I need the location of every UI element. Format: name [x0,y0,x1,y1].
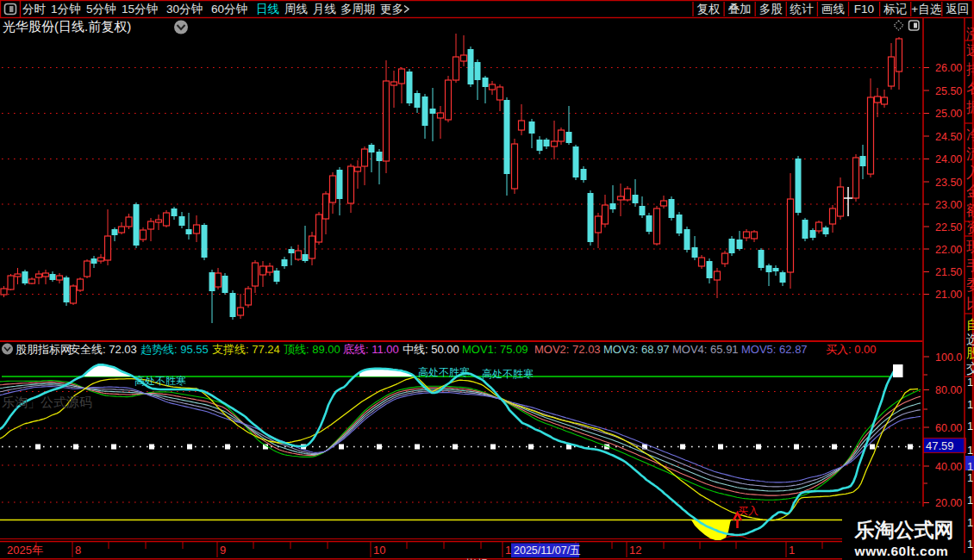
svg-text:统计: 统计 [790,3,815,16]
svg-text:22.00: 22.00 [935,244,962,256]
svg-text:23.50: 23.50 [935,177,962,189]
svg-text:买入: 0.00: 买入: 0.00 [826,343,877,356]
svg-text:涨: 涨 [966,26,974,42]
svg-text:8: 8 [75,544,81,557]
svg-text:5分钟: 5分钟 [86,3,116,16]
svg-text:买入: 买入 [738,505,759,517]
svg-text:2025年: 2025年 [7,544,43,557]
svg-text:25.50: 25.50 [935,85,962,97]
svg-text:23.00: 23.00 [935,199,962,211]
svg-text:高处不胜寒: 高处不胜寒 [418,366,470,378]
svg-text:支撑线: 77.24: 支撑线: 77.24 [212,343,280,356]
svg-text:22.50: 22.50 [935,221,962,233]
svg-text:1: 1 [789,544,795,557]
svg-text:MOV2: 72.03: MOV2: 72.03 [534,343,601,356]
svg-text:手: 手 [966,258,974,274]
svg-text:更多: 更多 [380,3,403,16]
svg-text:分时: 分时 [22,3,47,16]
svg-text:趋势线: 95.55: 趋势线: 95.55 [140,343,209,356]
svg-text:返回: 返回 [946,3,969,16]
svg-text:60.00: 60.00 [935,422,962,434]
svg-text:高处不胜寒: 高处不胜寒 [482,368,534,380]
svg-text:1: 1 [967,444,973,457]
svg-text:F10: F10 [854,3,874,16]
svg-text:21.00: 21.00 [935,289,962,301]
svg-text:中线: 50.00: 中线: 50.00 [403,343,459,356]
svg-text:15分钟: 15分钟 [122,3,158,16]
svg-text:月线: 月线 [313,3,336,16]
svg-text:1: 1 [967,516,973,529]
svg-text:金: 金 [966,184,974,200]
svg-text:净: 净 [966,127,974,143]
svg-text:高处不胜寒: 高处不胜寒 [134,375,186,387]
svg-text:光华股份(日线.前复权): 光华股份(日线.前复权) [3,19,131,34]
svg-text:额: 额 [965,202,974,219]
svg-text:周线: 周线 [284,3,308,16]
svg-text:MOV3: 68.97: MOV3: 68.97 [603,343,670,356]
svg-text:1: 1 [967,538,973,551]
svg-text:底线: 11.00: 底线: 11.00 [343,343,399,356]
svg-text:60分钟: 60分钟 [211,3,247,16]
svg-text:80.00: 80.00 [935,384,962,396]
svg-text:交: 交 [966,361,974,376]
svg-text:画线: 画线 [821,3,845,16]
svg-text:股: 股 [966,345,974,360]
svg-text:安全线: 72.03: 安全线: 72.03 [69,343,137,356]
svg-text:比: 比 [966,296,974,312]
svg-text:24.50: 24.50 [935,131,962,143]
svg-text:26.00: 26.00 [935,62,962,74]
svg-text:选: 选 [966,332,974,346]
svg-text:25.00: 25.00 [935,108,962,120]
svg-text:多股: 多股 [759,3,784,16]
svg-text:30分钟: 30分钟 [166,3,203,16]
svg-text:24.00: 24.00 [935,153,962,165]
svg-text:乐淘公式网: 乐淘公式网 [854,519,954,541]
svg-text:排: 排 [966,61,974,78]
svg-text:1: 1 [967,494,973,507]
svg-text:速: 速 [966,42,974,59]
svg-text:多周期: 多周期 [340,3,376,16]
svg-text:资: 资 [966,220,974,236]
svg-text:1分钟: 1分钟 [51,3,81,16]
svg-text:www.60lt.com: www.60lt.com [854,544,949,558]
svg-text:叠加: 叠加 [728,3,752,16]
svg-text:日线: 日线 [256,3,279,16]
svg-text:自: 自 [966,317,974,332]
svg-text:10: 10 [373,544,385,557]
svg-text:1: 1 [967,420,973,432]
svg-text:MOV1: 75.09: MOV1: 75.09 [462,343,528,356]
svg-text:2025/11/07/五: 2025/11/07/五 [514,544,581,557]
svg-text:12: 12 [629,544,641,557]
svg-text:21.50: 21.50 [935,266,962,278]
svg-text:+自选: +自选 [911,3,941,16]
svg-text:1: 1 [967,398,973,411]
svg-text:100.0: 100.0 [935,352,962,364]
svg-text:乐淘」公式源码: 乐淘」公式源码 [2,395,92,409]
svg-text:40.00: 40.00 [935,461,962,473]
svg-text:9: 9 [220,544,226,557]
svg-text:47.59: 47.59 [926,439,954,452]
svg-text:入: 入 [966,165,974,181]
svg-text:名: 名 [966,80,974,96]
svg-text:MOV5: 62.87: MOV5: 62.87 [741,343,808,356]
svg-text:顶线: 89.00: 顶线: 89.00 [284,343,340,356]
svg-text:复权: 复权 [697,3,721,16]
svg-text:振: 振 [966,99,974,115]
svg-text:委: 委 [966,277,974,293]
svg-text:MOV4: 65.91: MOV4: 65.91 [672,343,739,356]
svg-text:标记: 标记 [883,3,907,16]
svg-text:1: 1 [967,376,973,389]
svg-text:股朋指标网: 股朋指标网 [16,343,72,356]
svg-text:现: 现 [966,239,974,255]
svg-text:流: 流 [966,146,974,162]
svg-text:1: 1 [967,471,973,484]
